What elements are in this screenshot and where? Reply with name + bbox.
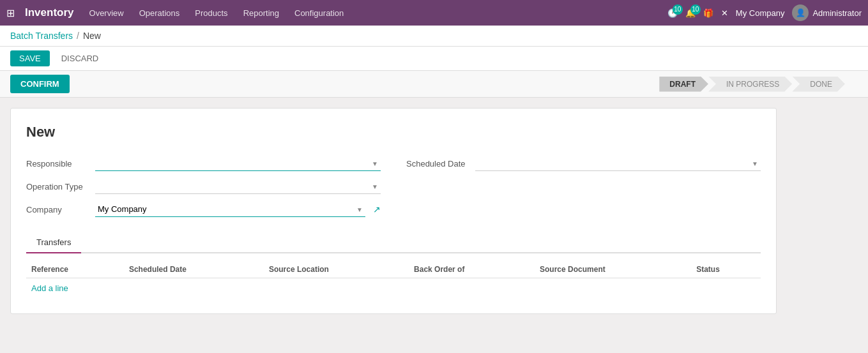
step-done: DONE xyxy=(792,77,845,92)
col-source-document: Source Document xyxy=(535,261,691,278)
col-reference: Reference xyxy=(26,261,124,278)
col-scheduled-date: Scheduled Date xyxy=(124,261,264,278)
col-status: Status xyxy=(691,261,761,278)
company-select-wrapper: ▼ xyxy=(95,202,365,217)
company-info: My Company xyxy=(736,8,785,18)
nav-reporting[interactable]: Reporting xyxy=(238,6,284,20)
operation-type-input[interactable] xyxy=(95,179,381,194)
scheduled-date-select-wrapper: ▼ xyxy=(475,156,761,171)
notification-icon-wrapper[interactable]: 🔔 10 xyxy=(685,8,696,18)
scheduled-date-input[interactable] xyxy=(475,156,761,171)
status-bar: CONFIRM DRAFT IN PROGRESS DONE xyxy=(0,71,868,98)
form-fields-left: Responsible ▼ Operation Type ▼ xyxy=(26,156,381,217)
topbar: ⊞ Inventory Overview Operations Products… xyxy=(0,0,868,26)
form-fields: Responsible ▼ Operation Type ▼ xyxy=(26,156,761,217)
breadcrumb-separator: / xyxy=(77,31,79,41)
step-in-progress: IN PROGRESS xyxy=(708,77,792,92)
table-body: Add a line xyxy=(26,278,761,299)
nav-configuration[interactable]: Configuration xyxy=(289,6,349,20)
scheduled-date-label: Scheduled Date xyxy=(406,159,470,169)
company-input[interactable] xyxy=(95,202,365,217)
grid-icon[interactable]: ⊞ xyxy=(6,7,15,19)
company-external-link-icon[interactable]: ↗ xyxy=(373,204,381,214)
activity-badge: 10 xyxy=(673,4,683,15)
main-content: New Responsible ▼ Operation Type xyxy=(0,98,868,353)
table-header-row: Reference Scheduled Date Source Location… xyxy=(26,261,761,278)
form-fields-right: Scheduled Date ▼ xyxy=(406,156,761,217)
responsible-input[interactable] xyxy=(95,156,381,171)
action-bar: SAVE DISCARD xyxy=(0,47,868,71)
breadcrumb-current: New xyxy=(83,31,101,41)
user-info: 👤 Administrator xyxy=(792,4,862,21)
add-line-button[interactable]: Add a line xyxy=(26,278,73,298)
table-header: Reference Scheduled Date Source Location… xyxy=(26,261,761,278)
form-title: New xyxy=(26,124,761,140)
tab-transfers[interactable]: Transfers xyxy=(26,232,81,253)
topbar-right: 🕐 10 🔔 10 🎁 ✕ My Company 👤 Administrator xyxy=(667,4,862,21)
discard-button[interactable]: DISCARD xyxy=(55,50,105,66)
tools-icon[interactable]: ✕ xyxy=(721,8,728,18)
col-back-order: Back Order of xyxy=(409,261,535,278)
scheduled-date-field-row: Scheduled Date ▼ xyxy=(406,156,761,171)
gift-icon[interactable]: 🎁 xyxy=(703,8,713,18)
breadcrumb-parent[interactable]: Batch Transfers xyxy=(10,31,73,41)
responsible-field-row: Responsible ▼ xyxy=(26,156,381,171)
col-source-location: Source Location xyxy=(264,261,409,278)
breadcrumb: Batch Transfers / New xyxy=(0,26,868,47)
nav-overview[interactable]: Overview xyxy=(84,6,129,20)
save-button[interactable]: SAVE xyxy=(10,50,50,66)
avatar[interactable]: 👤 xyxy=(792,4,809,21)
activity-icon-wrapper[interactable]: 🕐 10 xyxy=(667,8,678,18)
company-name: My Company xyxy=(736,8,785,18)
operation-type-field-row: Operation Type ▼ xyxy=(26,179,381,194)
tabs-bar: Transfers xyxy=(26,232,761,253)
form-card: New Responsible ▼ Operation Type xyxy=(10,108,777,314)
transfers-table: Reference Scheduled Date Source Location… xyxy=(26,261,761,298)
step-draft: DRAFT xyxy=(659,77,708,92)
user-name: Administrator xyxy=(812,8,862,18)
add-line-row: Add a line xyxy=(26,278,761,299)
responsible-label: Responsible xyxy=(26,159,90,169)
operation-type-select-wrapper: ▼ xyxy=(95,179,381,194)
nav-products[interactable]: Products xyxy=(190,6,232,20)
responsible-select-wrapper: ▼ xyxy=(95,156,381,171)
status-steps: DRAFT IN PROGRESS DONE xyxy=(659,77,845,92)
nav-operations[interactable]: Operations xyxy=(134,6,185,20)
company-label: Company xyxy=(26,205,90,214)
add-line-cell: Add a line xyxy=(26,278,761,299)
notification-badge: 10 xyxy=(690,4,701,15)
topbar-nav: Overview Operations Products Reporting C… xyxy=(84,6,349,20)
company-field-row: Company ▼ ↗ xyxy=(26,202,381,217)
topbar-left: ⊞ Inventory Overview Operations Products… xyxy=(6,6,349,20)
confirm-button[interactable]: CONFIRM xyxy=(10,75,70,93)
app-brand: Inventory xyxy=(25,6,74,19)
operation-type-label: Operation Type xyxy=(26,182,90,192)
